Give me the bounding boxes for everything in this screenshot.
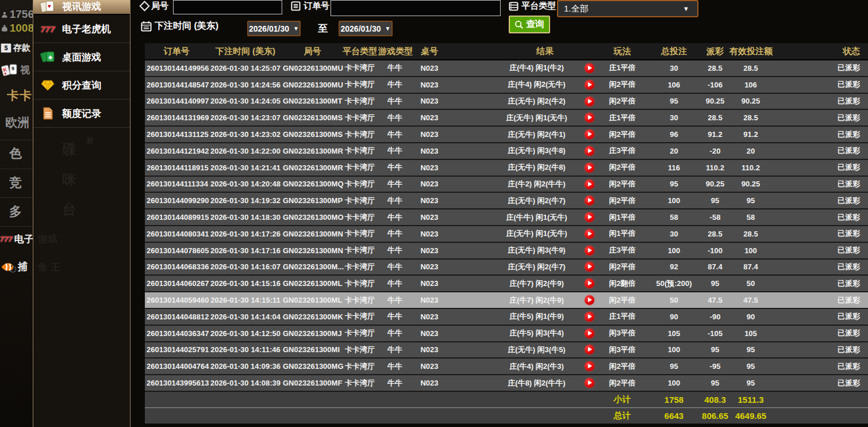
- replay-play-icon[interactable]: [585, 163, 594, 173]
- table-row[interactable]: 260130144059460 2026-01-30 14:15:11 GN02…: [145, 292, 868, 308]
- replay-play-icon[interactable]: [585, 262, 594, 272]
- cell-platform: 卡卡湾厅: [342, 292, 378, 308]
- cell-status: 已派彩: [773, 126, 868, 143]
- table-row[interactable]: 260130144118915 2026-01-30 14:21:41 GN02…: [145, 159, 868, 176]
- menu-item-credit-records[interactable]: 额度记录: [33, 100, 130, 128]
- cell-payout: 28.5: [701, 109, 729, 126]
- table-row[interactable]: 260130144080341 2026-01-30 14:17:26 GN02…: [145, 226, 868, 242]
- replay-play-icon[interactable]: [585, 212, 594, 222]
- cell-payout: 28.5: [701, 60, 729, 77]
- cell-status: 已派彩: [773, 358, 868, 375]
- platform-type-select[interactable]: 1.全部 ▼: [557, 0, 698, 17]
- header-status: 状态: [773, 43, 868, 60]
- table-row[interactable]: 260130144048812 2026-01-30 14:14:04 GN02…: [145, 308, 868, 325]
- table-row[interactable]: 260130143995613 2026-01-30 14:08:39 GN02…: [145, 375, 868, 391]
- cell-game-type: 牛牛: [378, 259, 412, 276]
- cell-order-id: 260130144140997: [145, 93, 208, 110]
- replay-play-icon[interactable]: [585, 279, 594, 288]
- menu-item-points-query[interactable]: 积分查询: [33, 71, 130, 100]
- cell-status: 已派彩: [773, 143, 868, 159]
- table-row[interactable]: 260130144099290 2026-01-30 14:19:32 GN02…: [145, 192, 868, 209]
- search-button-label: 查询: [526, 18, 544, 30]
- date-from-picker[interactable]: 2026/01/30 ▼: [247, 21, 301, 36]
- table-row[interactable]: 260130144078605 2026-01-30 14:17:16 GN02…: [145, 242, 868, 259]
- sidebar-item-duotai[interactable]: 多: [9, 203, 33, 220]
- cell-total-bet: 100: [647, 375, 701, 391]
- sidebar-item-europe[interactable]: 欧洲: [5, 115, 33, 131]
- cell-result: 庄(无牛) 闲2(牛8): [447, 159, 581, 176]
- table-row[interactable]: 260130144121942 2026-01-30 14:22:00 GN02…: [145, 143, 868, 159]
- replay-play-icon[interactable]: [585, 312, 594, 322]
- replay-play-icon[interactable]: [585, 345, 594, 354]
- date-to-value: 2026/01/30: [341, 24, 381, 33]
- deposit-button[interactable]: $ 存款: [1, 43, 33, 54]
- table-row[interactable]: 260130144148547 2026-01-30 14:24:56 GN02…: [145, 77, 868, 93]
- menu-item-slots[interactable]: 777 电子老虎机: [33, 15, 130, 43]
- search-button[interactable]: 查询: [509, 16, 550, 33]
- cell-play-type: 庄1平倍: [598, 308, 647, 325]
- order-id-input[interactable]: [331, 0, 501, 16]
- cell-table-no: N023: [412, 109, 447, 126]
- sidebar-item-jingmi[interactable]: 竞: [9, 174, 33, 192]
- cell-result: 庄(无牛) 闲2(牛7): [447, 259, 581, 276]
- cell-status: 已派彩: [773, 259, 868, 276]
- cell-play: [581, 159, 598, 176]
- table-row[interactable]: 260130144131969 2026-01-30 14:23:07 GN02…: [145, 109, 868, 126]
- cell-bet-time: 2026-01-30 14:14:04: [208, 308, 283, 325]
- table-row[interactable]: 260130144004764 2026-01-30 14:09:36 GN02…: [145, 358, 868, 375]
- cell-table-no: N023: [412, 275, 447, 292]
- sidebar-item-kaka[interactable]: 卡卡: [7, 87, 33, 104]
- menu-item-table-games[interactable]: ♣ 桌面游戏: [33, 43, 130, 71]
- replay-play-icon[interactable]: [585, 378, 594, 388]
- table-row[interactable]: 260130144149956 2026-01-30 14:25:07 GN02…: [145, 60, 868, 77]
- table-row[interactable]: 260130144060267 2026-01-30 14:15:16 GN02…: [145, 275, 868, 292]
- cell-status: 已派彩: [773, 176, 868, 193]
- cell-platform: 卡卡湾厅: [342, 308, 378, 325]
- cell-round-id: GN023261300MU: [283, 77, 342, 93]
- cell-status: 已派彩: [773, 342, 868, 359]
- table-row[interactable]: 260130144111334 2026-01-30 14:20:48 GN02…: [145, 176, 868, 193]
- sidebar-item-sedie[interactable]: 色: [9, 145, 33, 162]
- table-row[interactable]: 260130144131125 2026-01-30 14:23:02 GN02…: [145, 126, 868, 143]
- table-row[interactable]: 260130144036347 2026-01-30 14:12:50 GN02…: [145, 325, 868, 342]
- replay-play-icon[interactable]: [585, 295, 594, 305]
- replay-play-icon[interactable]: [585, 146, 594, 156]
- replay-play-icon[interactable]: [585, 180, 594, 189]
- cell-order-id: 260130144078605: [145, 242, 208, 259]
- cell-bet-time: 2026-01-30 14:24:05: [208, 93, 283, 110]
- sidebar-item-fishing[interactable]: 捕: [0, 260, 33, 273]
- cell-bet-time: 2026-01-30 14:15:11: [208, 292, 283, 308]
- replay-play-icon[interactable]: [585, 196, 594, 205]
- menu-item-video-games[interactable]: ♥ 视讯游戏: [33, 0, 130, 15]
- cell-play-type: 闲1平倍: [598, 226, 647, 242]
- cell-game-type: 牛牛: [378, 375, 412, 391]
- replay-play-icon[interactable]: [585, 229, 594, 239]
- cell-total-bet: 95: [647, 176, 701, 193]
- replay-play-icon[interactable]: [585, 63, 594, 73]
- menu-item-label: 视讯游戏: [62, 0, 101, 13]
- header-game-type: 游戏类型: [378, 43, 412, 60]
- sidebar-item-egames[interactable]: 777 电子: [0, 232, 33, 246]
- replay-play-icon[interactable]: [585, 329, 594, 338]
- replay-play-icon[interactable]: [585, 80, 594, 90]
- replay-play-icon[interactable]: [585, 113, 594, 123]
- replay-play-icon[interactable]: [585, 361, 594, 371]
- table-games-icon: ♣: [39, 50, 57, 64]
- date-to-picker[interactable]: 2026/01/30 ▼: [339, 21, 393, 36]
- replay-play-icon[interactable]: [585, 246, 594, 256]
- round-id-input[interactable]: [173, 0, 282, 14]
- table-row[interactable]: 260130144068336 2026-01-30 14:16:07 GN02…: [145, 259, 868, 276]
- sidebar-item-video[interactable]: K♥ 9 视: [1, 63, 33, 77]
- cell-round-id: GN023261300MR: [283, 159, 342, 176]
- cell-total-bet: 92: [647, 259, 701, 276]
- table-row[interactable]: 260130144089915 2026-01-30 14:18:30 GN02…: [145, 209, 868, 226]
- replay-play-icon[interactable]: [585, 129, 594, 139]
- cell-game-type: 牛牛: [378, 292, 412, 308]
- cell-table-no: N023: [412, 292, 447, 308]
- table-row[interactable]: 260130144140997 2026-01-30 14:24:05 GN02…: [145, 93, 868, 110]
- cell-order-id: 260130144118915: [145, 159, 208, 176]
- table-row[interactable]: 260130144025791 2026-01-30 14:11:46 GN02…: [145, 342, 868, 359]
- replay-play-icon[interactable]: [585, 97, 594, 106]
- cell-order-id: 260130144099290: [145, 192, 208, 209]
- cell-platform: 卡卡湾厅: [342, 325, 378, 342]
